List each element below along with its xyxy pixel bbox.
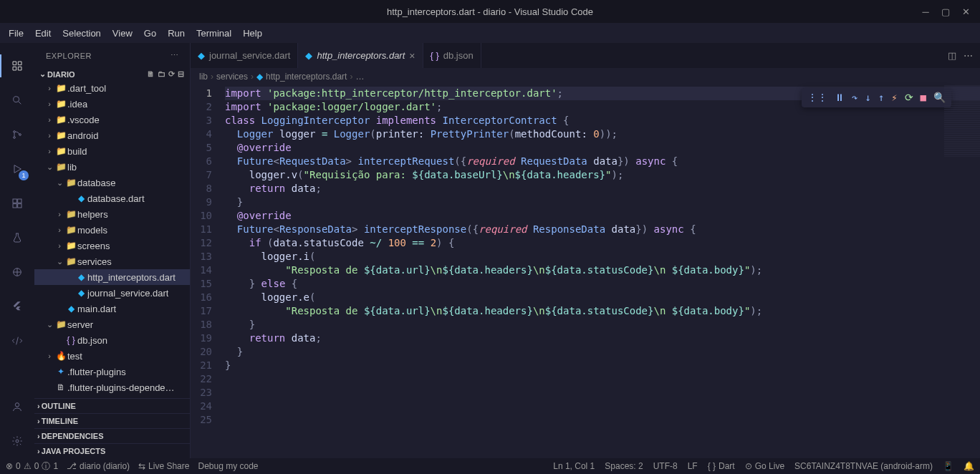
debug-restart-icon[interactable]: ⟳: [905, 91, 913, 105]
tree-item[interactable]: ◆http_interceptors.dart: [34, 269, 190, 285]
sidebar: EXPLORER ⋯ ⌄ DIARIO 🗎 🗀 ⟳ ⊟ ›📁.dart_tool…: [34, 43, 191, 458]
activity-account[interactable]: [0, 390, 34, 424]
breadcrumb[interactable]: lib› services› ◆ http_interceptors.dart›…: [191, 68, 980, 85]
split-editor-icon[interactable]: ◫: [948, 50, 956, 61]
dart-icon: ◆: [198, 50, 205, 61]
outline-section[interactable]: ›OUTLINE: [34, 398, 190, 413]
tree-item[interactable]: ›📁screens: [34, 238, 190, 253]
maximize-button[interactable]: ▢: [937, 3, 954, 20]
minimap[interactable]: [944, 85, 980, 157]
tree-item[interactable]: ◆main.dart: [34, 301, 190, 316]
tab-journal-service[interactable]: ◆ journal_service.dart: [191, 43, 298, 68]
activity-run-debug[interactable]: 1: [0, 152, 34, 186]
tree-item[interactable]: ›📁helpers: [34, 206, 190, 222]
editor-tabs: ◆ journal_service.dart ◆ http_intercepto…: [191, 43, 980, 68]
tree-item[interactable]: ›🔥test: [34, 348, 190, 364]
sidebar-more-icon[interactable]: ⋯: [170, 51, 179, 60]
new-file-icon[interactable]: 🗎: [147, 69, 155, 79]
tree-item[interactable]: ⌄📁server: [34, 316, 190, 332]
activity-settings[interactable]: [0, 424, 34, 458]
tree-item[interactable]: ◆journal_service.dart: [34, 285, 190, 301]
sidebar-title: EXPLORER: [46, 52, 92, 60]
status-debug-target[interactable]: Debug my code: [198, 461, 258, 471]
tree-item[interactable]: ✦.flutter-plugins: [34, 364, 190, 379]
activity-testing[interactable]: [0, 221, 34, 255]
activity-search[interactable]: [0, 83, 34, 117]
status-device[interactable]: SC6TAINZ4T8TNVAE (android-arm): [794, 461, 933, 471]
tree-item[interactable]: ◆database.dart: [34, 190, 190, 206]
chevron-down-icon: ⌄: [37, 69, 47, 79]
tree-item[interactable]: ›📁build: [34, 143, 190, 159]
status-golive[interactable]: ⊙Go Live: [745, 461, 784, 471]
activity-remote[interactable]: [0, 324, 34, 358]
debug-step-over-icon[interactable]: ↷: [852, 91, 858, 105]
dart-icon: ◆: [305, 50, 312, 61]
activity-explorer[interactable]: [0, 49, 34, 83]
json-icon: { }: [431, 50, 439, 61]
code-editor[interactable]: 1234567891011121314151617181920212223242…: [191, 85, 980, 458]
activity-flutter[interactable]: [0, 289, 34, 324]
code-content[interactable]: import 'package:http_interceptor/http_in…: [225, 85, 980, 458]
status-live-share[interactable]: ⇆Live Share: [138, 461, 189, 471]
java-projects-section[interactable]: ›JAVA PROJECTS: [34, 443, 190, 458]
status-encoding[interactable]: UTF-8: [653, 461, 678, 471]
debug-step-out-icon[interactable]: ↑: [878, 91, 884, 105]
menu-go[interactable]: Go: [138, 25, 162, 42]
close-button[interactable]: ✕: [957, 3, 974, 20]
menu-selection[interactable]: Selection: [57, 25, 106, 42]
svg-rect-7: [18, 204, 21, 208]
status-bell-icon[interactable]: 🔔: [964, 461, 974, 471]
menu-view[interactable]: View: [107, 25, 138, 42]
menu-help[interactable]: Help: [237, 25, 268, 42]
tree-item[interactable]: ›📁.idea: [34, 96, 190, 112]
debug-step-into-icon[interactable]: ↓: [865, 91, 870, 105]
debug-drag-icon[interactable]: ⋮⋮: [807, 91, 827, 105]
tree-item[interactable]: ⌄📁database: [34, 175, 190, 190]
tree-item[interactable]: { }db.json: [34, 332, 190, 348]
minimize-button[interactable]: ─: [917, 3, 934, 20]
timeline-section[interactable]: ›TIMELINE: [34, 413, 190, 428]
tree-item[interactable]: ⌄📁lib: [34, 159, 190, 175]
status-problems[interactable]: ⊗0 ⚠0 ⓘ1: [6, 460, 58, 473]
debug-stop-icon[interactable]: ■: [921, 91, 926, 105]
status-eol[interactable]: LF: [688, 461, 698, 471]
dependencies-section[interactable]: ›DEPENDENCIES: [34, 428, 190, 443]
new-folder-icon[interactable]: 🗀: [158, 69, 165, 79]
status-lncol[interactable]: Ln 1, Col 1: [553, 461, 595, 471]
menu-file[interactable]: File: [3, 25, 29, 42]
activity-devtools[interactable]: [0, 255, 34, 289]
status-spaces[interactable]: Spaces: 2: [605, 461, 643, 471]
svg-rect-5: [18, 199, 21, 203]
svg-point-10: [16, 440, 19, 442]
error-icon: ⊗: [6, 461, 13, 471]
menu-edit[interactable]: Edit: [29, 25, 57, 42]
branch-icon: ⎇: [67, 461, 77, 471]
activity-source-control[interactable]: [0, 117, 34, 152]
menu-terminal[interactable]: Terminal: [191, 25, 237, 42]
debug-hot-reload-icon[interactable]: ⚡: [891, 91, 897, 105]
status-lang[interactable]: { } Dart: [708, 461, 735, 471]
tree-item[interactable]: ›📁models: [34, 222, 190, 238]
window-title: http_interceptors.dart - diario - Visual…: [387, 6, 593, 17]
collapse-icon[interactable]: ⊟: [178, 69, 184, 79]
tree-item[interactable]: ›📁.vscode: [34, 112, 190, 127]
status-branch[interactable]: ⎇diario (diario): [67, 461, 130, 471]
debug-pause-icon[interactable]: ⏸: [835, 91, 845, 105]
tree-item[interactable]: ⌄📁services: [34, 253, 190, 269]
menu-run[interactable]: Run: [162, 25, 191, 42]
refresh-icon[interactable]: ⟳: [168, 69, 175, 79]
more-actions-icon[interactable]: ⋯: [964, 50, 973, 61]
debug-badge: 1: [19, 170, 29, 180]
tab-close-icon[interactable]: ×: [409, 50, 415, 62]
tree-item[interactable]: ›📁android: [34, 127, 190, 143]
status-flutter-icon[interactable]: 📱: [943, 461, 953, 471]
broadcast-icon: ⊙: [745, 461, 752, 471]
tree-item[interactable]: 🗎.flutter-plugins-depende…: [34, 379, 190, 395]
activity-extensions[interactable]: [0, 186, 34, 221]
explorer-section-header[interactable]: ⌄ DIARIO 🗎 🗀 ⟳ ⊟: [34, 68, 190, 80]
line-gutter: 1234567891011121314151617181920212223242…: [191, 85, 225, 458]
svg-rect-6: [13, 204, 16, 208]
tab-db-json[interactable]: { } db.json: [423, 43, 481, 68]
tab-http-interceptors[interactable]: ◆ http_interceptors.dart ×: [298, 43, 423, 68]
tree-item[interactable]: ›📁.dart_tool: [34, 80, 190, 96]
